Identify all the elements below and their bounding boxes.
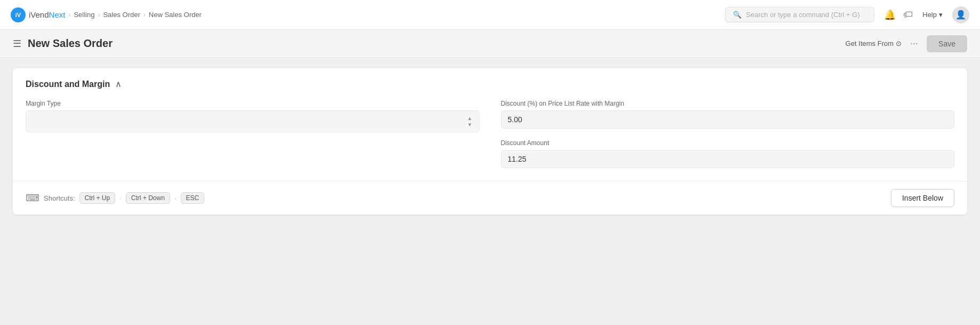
brand-logo: iV bbox=[11, 7, 26, 22]
discount-margin-card: Discount and Margin ∧ Margin Type ▲ ▼ bbox=[13, 68, 967, 215]
get-items-from-button[interactable]: Get Items From ⊙ bbox=[846, 39, 902, 47]
brand-name: iVendNext bbox=[29, 10, 65, 19]
more-options-button[interactable]: ··· bbox=[907, 36, 921, 51]
hamburger-icon[interactable]: ☰ bbox=[13, 38, 21, 50]
discount-pct-group: Discount (%) on Price List Rate with Mar… bbox=[501, 100, 955, 129]
collapse-icon[interactable]: ∧ bbox=[115, 79, 122, 89]
breadcrumb-sep-3: › bbox=[144, 11, 146, 19]
save-button[interactable]: Save bbox=[927, 35, 967, 52]
discount-amount-input[interactable] bbox=[501, 150, 955, 168]
main-content: Discount and Margin ∧ Margin Type ▲ ▼ bbox=[0, 58, 980, 325]
discount-amount-group: Discount Amount bbox=[501, 139, 955, 168]
breadcrumb-sales-order[interactable]: Sales Order bbox=[103, 11, 140, 19]
page-header-right: Get Items From ⊙ ··· Save bbox=[846, 35, 967, 52]
section-title: Discount and Margin bbox=[26, 80, 110, 89]
section-header: Discount and Margin ∧ bbox=[26, 79, 954, 89]
form-grid: Margin Type ▲ ▼ Discount (%) on Price Li… bbox=[26, 100, 954, 168]
margin-type-group: Margin Type ▲ ▼ bbox=[26, 100, 480, 168]
right-col-groups: Discount (%) on Price List Rate with Mar… bbox=[501, 100, 955, 168]
nav-icons: 🔔 🏷 bbox=[884, 9, 913, 21]
brand[interactable]: iV iVendNext bbox=[11, 7, 65, 22]
card-footer: ⌨ Shortcuts: Ctrl + Up · Ctrl + Down · E… bbox=[13, 181, 967, 215]
page-title: New Sales Order bbox=[28, 37, 113, 50]
shortcut-ctrl-down[interactable]: Ctrl + Down bbox=[126, 192, 170, 204]
shortcut-dot-2: · bbox=[174, 194, 177, 202]
shortcuts-label: Shortcuts: bbox=[44, 194, 75, 202]
page-header: ☰ New Sales Order Get Items From ⊙ ··· S… bbox=[0, 30, 980, 58]
help-label: Help bbox=[922, 11, 937, 19]
get-items-label: Get Items From bbox=[846, 39, 894, 47]
discount-pct-input[interactable] bbox=[501, 110, 955, 129]
bell-icon[interactable]: 🔔 bbox=[884, 9, 896, 21]
top-nav: iV iVendNext › Selling › Sales Order › N… bbox=[0, 0, 980, 30]
insert-below-button[interactable]: Insert Below bbox=[891, 189, 954, 207]
card-body: Discount and Margin ∧ Margin Type ▲ ▼ bbox=[13, 68, 967, 181]
search-box[interactable]: 🔍 Search or type a command (Ctrl + G) bbox=[725, 7, 874, 22]
shortcut-dot-1: · bbox=[119, 194, 122, 202]
breadcrumb-new-sales-order: New Sales Order bbox=[149, 11, 202, 19]
page-header-left: ☰ New Sales Order bbox=[13, 37, 113, 50]
nav-left: iV iVendNext › Selling › Sales Order › N… bbox=[11, 7, 202, 22]
keyboard-icon: ⌨ bbox=[26, 192, 39, 204]
margin-type-select[interactable]: ▲ ▼ bbox=[26, 110, 480, 132]
discount-pct-label: Discount (%) on Price List Rate with Mar… bbox=[501, 100, 955, 107]
shortcut-ctrl-up[interactable]: Ctrl + Up bbox=[79, 192, 116, 204]
breadcrumb-sep-1: › bbox=[68, 11, 70, 19]
search-placeholder-text: Search or type a command (Ctrl + G) bbox=[746, 11, 860, 19]
breadcrumb-sep-2: › bbox=[98, 11, 100, 19]
tag-icon[interactable]: 🏷 bbox=[903, 9, 913, 20]
get-items-chevron-icon: ⊙ bbox=[896, 39, 902, 47]
stepper-icons: ▲ ▼ bbox=[467, 115, 473, 128]
search-icon: 🔍 bbox=[733, 11, 742, 19]
discount-amount-label: Discount Amount bbox=[501, 139, 955, 147]
avatar[interactable]: 👤 bbox=[952, 6, 969, 23]
breadcrumb-selling[interactable]: Selling bbox=[74, 11, 94, 19]
margin-type-label: Margin Type bbox=[26, 100, 480, 107]
help-chevron-icon: ▾ bbox=[939, 11, 943, 19]
help-button[interactable]: Help ▾ bbox=[922, 11, 943, 19]
shortcut-esc[interactable]: ESC bbox=[181, 192, 205, 204]
nav-right: 🔍 Search or type a command (Ctrl + G) 🔔 … bbox=[725, 6, 969, 23]
stepper-up-icon: ▲ bbox=[467, 115, 473, 121]
shortcuts-area: ⌨ Shortcuts: Ctrl + Up · Ctrl + Down · E… bbox=[26, 192, 204, 204]
stepper-down-icon: ▼ bbox=[467, 122, 473, 128]
